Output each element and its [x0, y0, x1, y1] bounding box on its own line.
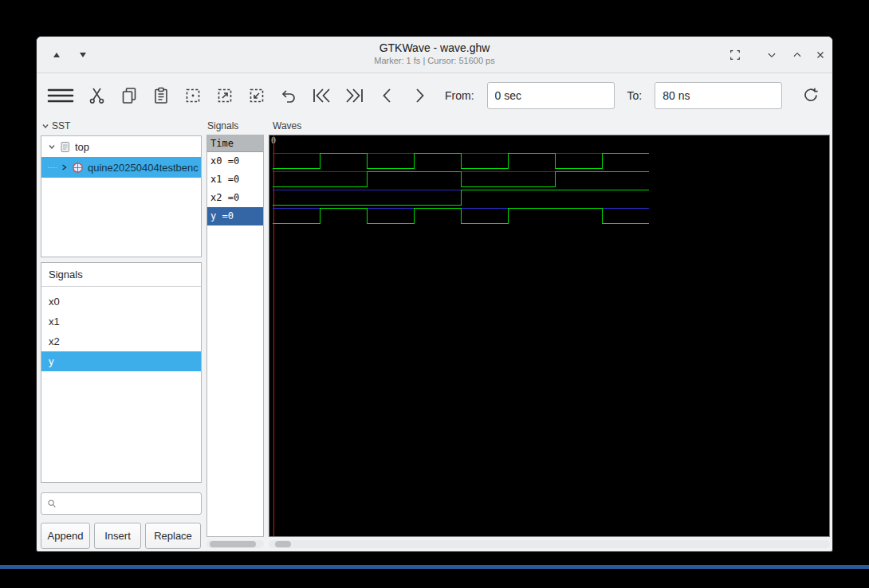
waves-hscrollbar[interactable]: [269, 540, 830, 548]
wave-row-x1[interactable]: [269, 170, 830, 189]
search-icon: [47, 497, 57, 510]
window-title: GTKWave - wave.ghw: [37, 41, 832, 54]
go-to-end-icon[interactable]: [344, 86, 365, 105]
expander-closed-icon[interactable]: [61, 163, 68, 171]
signal-item-x0[interactable]: x0: [41, 292, 201, 312]
from-label: From:: [445, 89, 474, 102]
chevron-down-icon: [41, 122, 49, 130]
go-to-start-icon[interactable]: [311, 86, 332, 105]
time-header[interactable]: Time: [207, 135, 263, 152]
reload-icon[interactable]: [801, 86, 820, 105]
marker-cursor-status: Marker: 1 fs | Cursor: 51600 ps: [37, 56, 832, 65]
gtkwave-window: GTKWave - wave.ghw Marker: 1 fs | Cursor…: [36, 36, 833, 552]
wave-name-x2[interactable]: x2 =0: [207, 189, 263, 207]
titlebar[interactable]: GTKWave - wave.ghw Marker: 1 fs | Cursor…: [37, 37, 832, 73]
waves-canvas[interactable]: 0: [269, 135, 830, 537]
shift-right-icon[interactable]: [410, 86, 429, 105]
tree-item-top[interactable]: top: [41, 136, 201, 157]
wave-name-x0[interactable]: x0 =0: [207, 152, 263, 171]
signal-browser-header: Signals: [41, 263, 201, 287]
sst-header[interactable]: SST: [41, 120, 70, 131]
window-restore-icon[interactable]: [728, 48, 742, 62]
search-input[interactable]: [61, 495, 201, 512]
sst-label: SST: [52, 120, 70, 131]
tree-item-quine[interactable]: quine20250404testbenc: [41, 157, 201, 178]
signal-item-x1[interactable]: x1: [41, 312, 201, 331]
entity-icon: [72, 162, 84, 174]
wave-row-y[interactable]: [269, 206, 830, 225]
insert-button[interactable]: Insert: [94, 523, 141, 549]
window-close-icon[interactable]: [813, 48, 828, 62]
desktop: GTKWave - wave.ghw Marker: 1 fs | Cursor…: [0, 0, 869, 588]
from-input[interactable]: [487, 82, 615, 109]
menu-icon[interactable]: [46, 86, 75, 105]
sst-tree: top quine20250404testbenc: [41, 135, 202, 257]
signal-item-x2[interactable]: x2: [41, 331, 201, 351]
undo-icon[interactable]: [279, 86, 298, 105]
wave-name-y[interactable]: y =0: [207, 207, 263, 225]
toolbar: From: To:: [37, 74, 832, 117]
wave-name-x1[interactable]: x1 =0: [207, 171, 263, 189]
scroll-down-icon[interactable]: [76, 48, 90, 62]
signal-item-y[interactable]: y: [41, 351, 201, 371]
module-icon: [60, 141, 71, 153]
expander-open-icon[interactable]: [48, 143, 56, 151]
signals-frame-label: Signals: [207, 120, 238, 131]
desktop-panel-edge: [0, 565, 869, 569]
wave-name-list: Time x0 =0 x1 =0 x2 =0 y =0: [206, 135, 264, 537]
waves-frame-label: Waves: [273, 120, 301, 131]
zoom-out-icon[interactable]: [247, 86, 266, 105]
window-maximize-icon[interactable]: [790, 48, 804, 62]
tree-branch-line: [48, 167, 57, 168]
wave-row-x2[interactable]: [269, 188, 830, 207]
to-label: To:: [627, 89, 643, 102]
replace-button[interactable]: Replace: [145, 523, 201, 549]
scroll-up-icon[interactable]: [49, 48, 64, 62]
scrollbar-thumb[interactable]: [275, 541, 291, 547]
shift-left-icon[interactable]: [378, 86, 397, 105]
zoom-fit-icon[interactable]: [183, 86, 203, 105]
copy-icon[interactable]: [120, 86, 139, 105]
to-input[interactable]: [655, 82, 782, 109]
name-list-hscrollbar[interactable]: [206, 540, 264, 548]
wave-row-x0[interactable]: [269, 151, 830, 171]
signal-browser: Signals x0 x1 x2 y: [41, 262, 202, 483]
zoom-in-icon[interactable]: [215, 86, 234, 105]
signal-search[interactable]: [41, 492, 202, 515]
window-minimize-icon[interactable]: [765, 48, 779, 62]
append-button[interactable]: Append: [41, 523, 90, 549]
tree-item-label: quine20250404testbenc: [88, 162, 199, 174]
tree-item-label: top: [75, 141, 89, 153]
scrollbar-thumb[interactable]: [210, 541, 256, 547]
paste-icon[interactable]: [151, 86, 171, 105]
cut-icon[interactable]: [88, 86, 107, 105]
